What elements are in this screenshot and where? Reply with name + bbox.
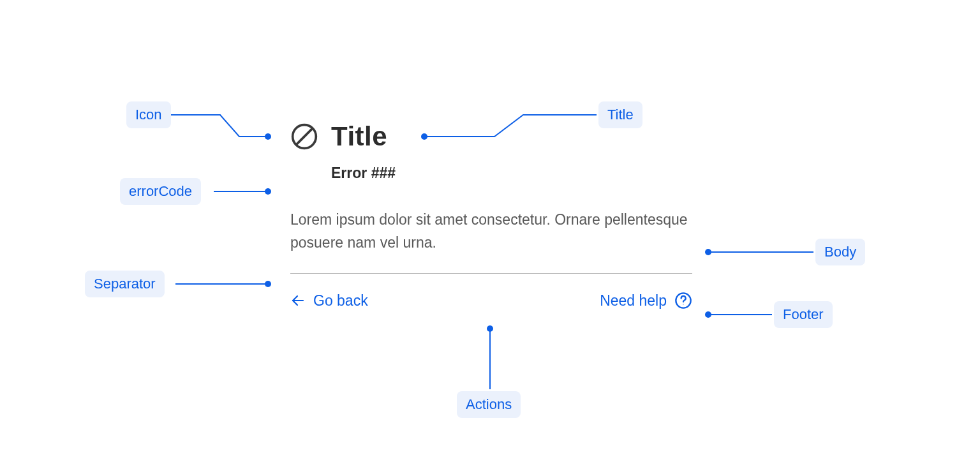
annotation-error-code: errorCode	[120, 178, 201, 205]
error-card-header: Title	[290, 121, 692, 152]
annotation-separator: Separator	[85, 271, 165, 297]
go-back-label: Go back	[313, 292, 368, 309]
error-card-separator	[290, 273, 692, 274]
help-circle-icon	[674, 292, 692, 309]
svg-line-8	[296, 128, 313, 145]
error-card: Title Error ### Lorem ipsum dolor sit am…	[290, 121, 692, 309]
error-card-title: Title	[331, 121, 387, 152]
svg-point-2	[265, 281, 271, 287]
annotation-body: Body	[815, 239, 865, 265]
error-code-text: Error ###	[331, 165, 692, 182]
arrow-left-icon	[290, 293, 306, 308]
svg-point-1	[265, 188, 271, 195]
svg-point-6	[487, 325, 493, 332]
annotation-footer: Footer	[774, 301, 833, 328]
error-card-footer: Go back Need help	[290, 292, 692, 309]
go-back-button[interactable]: Go back	[290, 292, 368, 309]
svg-point-11	[683, 304, 683, 304]
annotation-actions: Actions	[457, 391, 521, 418]
svg-point-5	[705, 311, 711, 318]
annotation-icon: Icon	[126, 101, 171, 128]
need-help-button[interactable]: Need help	[600, 292, 692, 309]
error-body-text: Lorem ipsum dolor sit amet consectetur. …	[290, 209, 692, 254]
need-help-label: Need help	[600, 292, 667, 309]
svg-point-0	[265, 133, 271, 140]
not-allowed-icon	[290, 123, 318, 151]
svg-point-4	[705, 249, 711, 255]
